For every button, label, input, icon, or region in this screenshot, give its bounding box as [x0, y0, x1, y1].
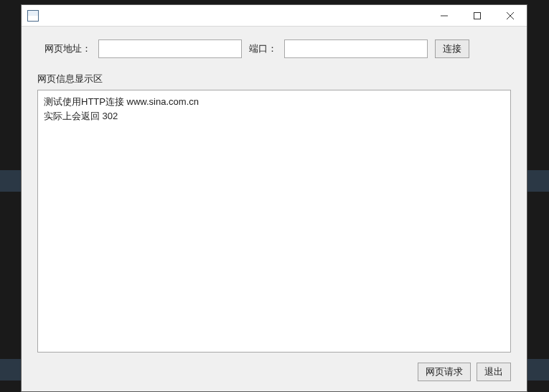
minimize-icon: [441, 12, 448, 19]
app-icon: [27, 10, 39, 22]
minimize-button[interactable]: [428, 5, 461, 27]
port-input[interactable]: [284, 39, 428, 58]
client-area: 网页地址： 端口： 连接 网页信息显示区 网页请求 退出: [22, 27, 527, 391]
svg-rect-1: [474, 12, 481, 19]
request-button[interactable]: 网页请求: [418, 363, 471, 381]
app-window: 网页地址： 端口： 连接 网页信息显示区 网页请求 退出: [21, 4, 527, 392]
maximize-button[interactable]: [461, 5, 494, 27]
port-label: 端口：: [249, 42, 277, 55]
url-input[interactable]: [98, 39, 242, 58]
titlebar: [22, 5, 527, 27]
maximize-icon: [474, 12, 481, 19]
close-icon: [507, 12, 514, 19]
form-row: 网页地址： 端口： 连接: [37, 39, 511, 58]
footer-row: 网页请求 退出: [37, 363, 511, 381]
exit-button[interactable]: 退出: [477, 363, 511, 381]
close-button[interactable]: [494, 5, 527, 27]
display-section-label: 网页信息显示区: [37, 73, 511, 85]
url-label: 网页地址：: [44, 42, 91, 55]
connect-button[interactable]: 连接: [435, 39, 469, 58]
display-textarea[interactable]: [37, 90, 511, 353]
